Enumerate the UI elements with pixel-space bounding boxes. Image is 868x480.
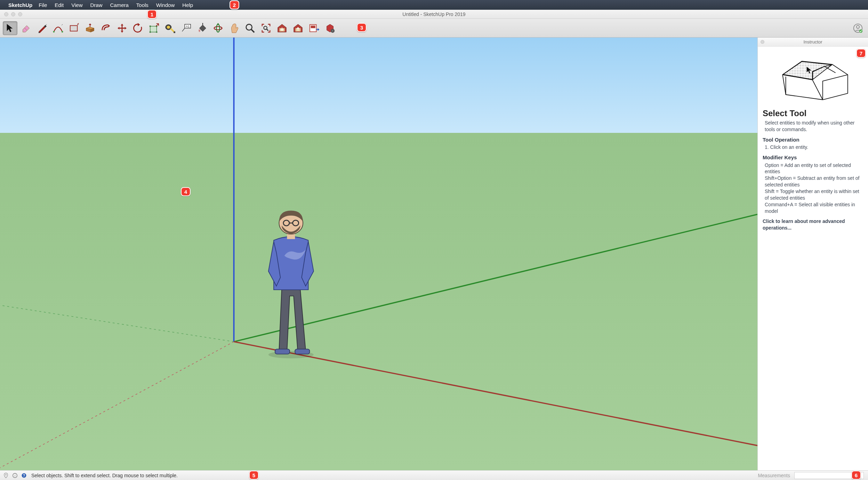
zoom-extents-icon [261,23,271,33]
instructor-operation-text: 1. Click on an entity. [765,144,863,151]
warehouse-upload-icon [293,23,303,33]
hand-icon [229,23,239,33]
svg-rect-8 [156,31,158,33]
pan-tool-button[interactable] [227,21,241,35]
menu-file[interactable]: File [39,2,47,8]
help-icon[interactable]: ? [21,472,27,479]
instructor-tool-title: Select Tool [763,108,863,119]
sign-in-button[interactable] [851,21,865,35]
menu-help[interactable]: Help [182,2,193,8]
measurements-input[interactable] [794,472,864,479]
toolbar: A1 3 [0,19,868,38]
menu-camera[interactable]: Camera [110,2,128,8]
svg-point-14 [214,26,222,30]
svg-rect-11 [174,31,175,33]
svg-point-23 [332,30,333,31]
callout-7: 7 [856,49,866,58]
main-area: 4 Instructor [0,38,868,470]
svg-text:?: ? [23,473,25,477]
select-tool-button[interactable] [3,21,17,35]
extension-warehouse-button[interactable] [323,21,337,35]
scale-icon [149,23,159,33]
arc-icon [53,23,63,33]
eraser-icon [21,23,31,33]
orbit-icon [213,23,223,33]
user-icon [853,23,863,33]
tape-measure-tool-button[interactable] [163,21,177,35]
svg-rect-4 [150,26,157,32]
paint-bucket-tool-button[interactable] [195,21,209,35]
push-pull-icon [85,23,95,33]
svg-text:A1: A1 [186,25,190,28]
instructor-title-label: Instructor [758,39,868,45]
instructor-tool-description: Select entities to modify when using oth… [765,120,863,133]
menu-draw[interactable]: Draw [90,2,102,8]
mac-menubar: SketchUp File Edit View Draw Camera Tool… [0,0,868,10]
house-illustration-icon [771,52,855,104]
zoom-tool-button[interactable] [243,21,257,35]
share-component-button[interactable] [291,21,305,35]
svg-line-27 [0,342,234,468]
svg-rect-34 [295,349,310,354]
rectangle-icon [69,23,79,33]
app-name[interactable]: SketchUp [8,2,32,8]
push-pull-tool-button[interactable] [83,21,97,35]
menu-view[interactable]: View [71,2,82,8]
menu-window[interactable]: Window [156,2,175,8]
cursor-icon [5,23,15,33]
rectangle-tool-button[interactable] [67,21,81,35]
svg-point-15 [216,24,219,32]
ruby-gear-icon [325,23,335,33]
3d-viewport[interactable]: 4 [0,38,757,470]
paint-bucket-icon [197,23,207,33]
instructor-titlebar[interactable]: Instructor [758,38,868,47]
svg-point-2 [62,31,63,32]
move-tool-button[interactable] [115,21,129,35]
eraser-tool-button[interactable] [19,21,33,35]
instructor-learn-more-link[interactable]: Click to learn about more advanced opera… [763,218,863,231]
layout-button[interactable] [307,21,321,35]
svg-line-28 [0,305,234,342]
3d-warehouse-button[interactable] [275,21,289,35]
line-tool-button[interactable] [35,21,49,35]
rotate-tool-button[interactable] [131,21,145,35]
modifier-key-line: Shift+Option = Subtract an entity from s… [765,175,863,188]
zoom-extents-tool-button[interactable] [259,21,273,35]
svg-rect-21 [311,25,315,28]
offset-tool-button[interactable] [99,21,113,35]
arc-tool-button[interactable] [51,21,65,35]
orbit-tool-button[interactable] [211,21,225,35]
document-titlebar: Untitled - SketchUp Pro 2019 1 [0,10,868,19]
svg-point-10 [167,25,170,28]
svg-rect-5 [150,25,151,27]
modifier-key-line: Option = Add an entity to set of selecte… [765,162,863,175]
warehouse-download-icon [277,23,287,33]
svg-point-17 [264,26,267,29]
rotate-icon [133,23,143,33]
credits-icon[interactable]: i [12,472,18,479]
measurements-label: Measurements [758,473,790,478]
callout-2: 2 [230,0,239,9]
svg-point-16 [246,24,252,30]
offset-icon [101,23,111,33]
magnifier-icon [245,23,255,33]
geolocation-icon[interactable] [3,472,9,479]
text-tool-button[interactable]: A1 [179,21,193,35]
callout-3: 3 [357,23,367,32]
svg-point-41 [5,474,7,475]
menu-tools[interactable]: Tools [136,2,148,8]
menu-edit[interactable]: Edit [55,2,64,8]
svg-rect-7 [150,31,151,33]
layout-icon [309,23,319,33]
tape-measure-icon [165,23,175,33]
svg-point-1 [53,31,55,32]
callout-5: 5 [249,471,259,480]
instructor-panel: Instructor [757,38,868,470]
modifier-key-line: Command+A = Select all visible entities … [765,201,863,215]
scale-tool-button[interactable] [147,21,161,35]
viewport-drawing [0,38,757,470]
instructor-illustration: 7 [758,47,868,106]
status-bar: i ? Select objects. Shift to extend sele… [0,470,868,480]
svg-line-31 [234,342,757,446]
svg-rect-33 [275,349,290,354]
